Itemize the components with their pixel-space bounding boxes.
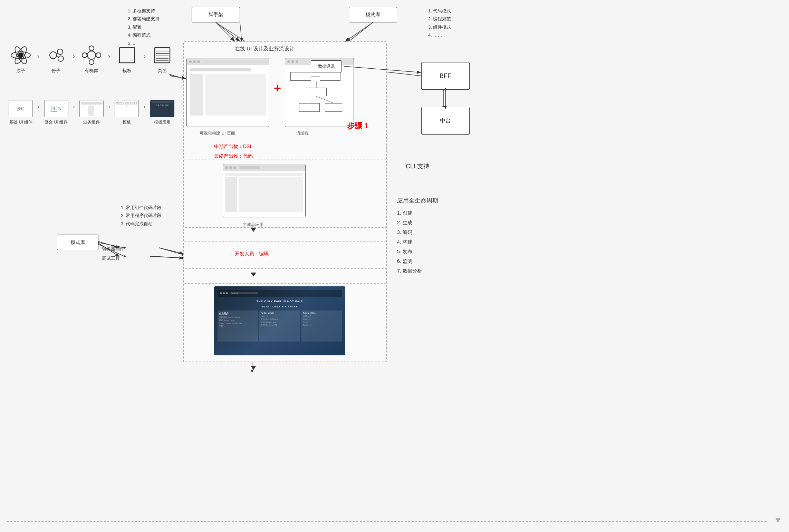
lifecycle-6: 6. 监测 — [397, 256, 477, 266]
svg-line-61 — [316, 96, 334, 103]
card2-content: hello cli支持 Grunt / Bower支持 React / Vue文… — [261, 315, 298, 327]
code-list-item-2: 2. 编程规范 — [428, 15, 497, 23]
scaffold-feature-4: 4. 编程范式 — [128, 31, 186, 39]
final-dot2 — [223, 292, 225, 294]
code-snippet-1: 1. 常用组件代码片段 — [121, 204, 190, 211]
business-icon — [79, 100, 104, 117]
basic-ui-icon: 按钮 — [9, 100, 33, 117]
atomic-section: 原子 › 份子 › — [7, 45, 176, 74]
main-dashed-title: 在线 UI 设计及业务流设计 — [235, 46, 295, 52]
scaffold-feature-3: 3. 配置 — [128, 23, 186, 31]
atomic-row: 原子 › 份子 › — [7, 45, 176, 74]
svg-line-30 — [216, 22, 235, 41]
ui-mockup — [186, 58, 269, 127]
molecule-icon — [46, 45, 66, 66]
svg-point-37 — [50, 52, 57, 59]
pattern-box-top: 模式库 — [349, 7, 397, 22]
dot3 — [197, 60, 200, 63]
final-cards: 企业简介 项目说明 Vision: Mono建设 React / VueGrun… — [218, 311, 342, 342]
svg-line-67 — [345, 22, 373, 41]
atomic-item-page: 页面 — [148, 45, 176, 74]
svg-rect-51 — [119, 48, 135, 63]
lifecycle-title: 应用全生命周期 — [397, 197, 477, 205]
code-snippet-3: 3. 代码完成自动 — [121, 220, 190, 228]
left-pattern-box: 模式库 — [57, 235, 98, 250]
left-code-list: 1. 常用组件代码片段 2. 常用程序代码片段 3. 代码完成自动 — [121, 204, 190, 228]
comp-arrow-4: › — [144, 104, 145, 110]
mockup-body — [187, 65, 269, 118]
template-label: 模板 — [123, 68, 132, 74]
arrow-down-2 — [251, 228, 256, 232]
code-list-item-3: 3. 组件模式 — [428, 23, 497, 31]
half-app-label: 半成品应用 — [243, 222, 263, 228]
final-dot1 — [220, 292, 222, 294]
atomic-item-molecule: 份子 — [42, 45, 70, 74]
business-label: 业务组件 — [83, 119, 100, 125]
scaffold-label: 脚手架 — [209, 12, 223, 18]
dot1 — [189, 60, 192, 63]
arrow-down-4 — [251, 366, 256, 370]
scaffold-box: 脚手架 — [192, 7, 240, 22]
svg-line-60 — [309, 96, 316, 103]
page-label: 页面 — [158, 68, 167, 74]
final-screenshot-inner: VISUAL... THE ONLY FAIR IS NOT FAIR ENJO… — [214, 286, 345, 355]
lifecycle-1: 1. 创建 — [397, 208, 477, 218]
svg-marker-21 — [124, 255, 126, 258]
intermediate-line1: 中期产出物：DSL — [214, 141, 253, 151]
svg-line-66 — [240, 22, 242, 41]
pattern-top-label: 模式库 — [366, 12, 380, 18]
card3-title: Contect Us — [303, 312, 340, 314]
atomic-item-template: 模板 — [113, 45, 141, 74]
arrow-down-3 — [251, 273, 256, 277]
svg-line-28 — [216, 22, 245, 41]
svg-line-64 — [159, 248, 183, 254]
final-card-2: hello, world hello cli支持 Grunt / Bower支持… — [259, 311, 300, 342]
svg-marker-27 — [251, 370, 253, 373]
atom-label: 原子 — [16, 68, 25, 74]
editor-plugin-label: 编辑器插件 — [102, 246, 124, 252]
bottom-dashed-line — [7, 521, 767, 522]
basic-ui-label: 基础 UI 组件 — [9, 119, 32, 125]
arrow-4: › — [143, 52, 146, 60]
bff-label: BFF — [440, 72, 451, 80]
final-dot3 — [226, 292, 228, 294]
final-hero-text: THE ONLY FAIR IS NOT FAIR ENJOY CREATE &… — [257, 299, 303, 308]
scaffold-feature-1: 1. 多框架支持 — [128, 7, 186, 15]
fdot2 — [291, 60, 294, 63]
flow-prog-label: 流编程 — [296, 130, 309, 136]
plus-sign: + — [274, 81, 281, 96]
template2-icon: Home | Blog | About — [115, 100, 139, 117]
svg-point-44 — [89, 60, 94, 65]
lifecycle-7: 7. 数据分析 — [397, 266, 477, 276]
card1-content: 项目说明 Vision: Mono建设 React / VueGrunt / B… — [219, 316, 257, 328]
svg-line-31 — [345, 22, 373, 41]
composite-ui-label: 复合 UI 组件 — [45, 119, 68, 125]
final-card-3: Contect Us 联系方式GitHub: ...Email: ...Twit… — [301, 311, 342, 342]
top-right-code-list: 1. 代码模式 2. 编程规范 3. 组件模式 4. …… — [428, 7, 497, 39]
molecule-label: 份子 — [51, 68, 60, 74]
fdot1 — [287, 60, 290, 63]
ui-page-label: 可视化构建 UI 页面 — [200, 130, 235, 136]
arrow-2: › — [73, 52, 75, 60]
component-section: 按钮 基础 UI 组件 › 搜 🔍 复合 UI 组件 › — [7, 100, 176, 125]
left-arrows — [0, 0, 789, 532]
mockup-content — [190, 74, 266, 116]
organism-label: 有机体 — [85, 68, 98, 74]
svg-point-42 — [87, 51, 96, 59]
code-snippet-2: 2. 常用程序代码片段 — [121, 211, 190, 219]
component-item-business: 业务组件 — [78, 100, 106, 125]
hero-line2: ENJOY CREATE & SHARE — [257, 305, 303, 308]
comp-arrow-1: › — [38, 104, 39, 110]
flow-connections — [285, 65, 354, 127]
intermediate-labels: 中期产出物：DSL 最终产出物：代码 — [214, 141, 253, 161]
app-icon: THE ONLY FAIR — [150, 100, 174, 117]
svg-line-1 — [349, 22, 373, 41]
left-pattern-label: 模式库 — [70, 239, 85, 246]
half-titlebar — [223, 164, 305, 171]
code-list-item-4: 4. …… — [428, 31, 497, 39]
lifecycle-2: 2. 生成 — [397, 218, 477, 227]
template2-label: 模板 — [123, 119, 131, 125]
fdot3 — [296, 60, 298, 63]
hdot3 — [233, 166, 236, 169]
svg-line-0 — [216, 22, 240, 41]
